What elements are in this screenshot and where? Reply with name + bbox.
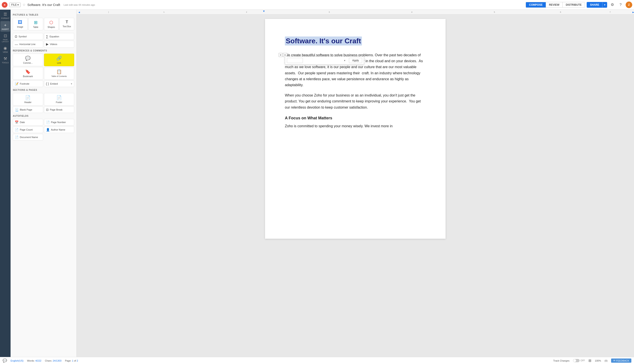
page-stat: Page: 1 of 2 xyxy=(65,360,78,362)
ruler-tick-7: 7 xyxy=(609,11,611,13)
embed-icon: { } xyxy=(46,82,49,86)
footer-label: Footer xyxy=(56,101,62,104)
star-icon[interactable]: ☆ xyxy=(23,3,26,7)
insert-footer[interactable]: 📄 Footer xyxy=(44,93,74,106)
file-menu-button[interactable]: FILE ▾ xyxy=(9,3,21,7)
track-toggle-pill[interactable] xyxy=(573,359,580,362)
insert-link[interactable]: 🔗 Link xyxy=(44,54,74,66)
insert-author-name[interactable]: 👤 Author Name xyxy=(44,126,74,133)
sidebar-item-format[interactable]: ☰ FORMAT xyxy=(1,10,10,21)
horizontal-line-label: Horizontal Line xyxy=(19,43,36,46)
pictures-section-title: PICTURES & TABLES xyxy=(13,14,74,16)
insert-bookmark[interactable]: 🔖 Bookmark xyxy=(13,67,43,80)
grid-icon[interactable]: ⊞ xyxy=(588,358,591,363)
feedback-button[interactable]: ✉ FEEDBACK xyxy=(611,358,631,363)
settings-icon[interactable]: ⚙ xyxy=(609,2,615,8)
ruler-tick-6: 6 xyxy=(560,11,561,13)
insert-table[interactable]: ⊞ Table xyxy=(28,18,43,30)
table-label: Table xyxy=(33,26,38,28)
table-handle-btn-left[interactable]: ⊕ xyxy=(279,53,283,57)
author-name-icon: 👤 xyxy=(46,128,50,132)
statusbar: 💬 English(US) Words: 4/222 Chars: 24/130… xyxy=(0,357,634,364)
ruler-marker-icon: ▼ xyxy=(263,10,265,13)
insert-page-count[interactable]: 📄 Page Count xyxy=(13,126,43,133)
page-layout-label: PAGELAYOUT xyxy=(2,39,9,43)
insert-comment[interactable]: 💬 Comme... xyxy=(13,54,43,66)
insert-blank-page[interactable]: 📃 Blank Page xyxy=(13,106,43,113)
apply-button[interactable]: Apply xyxy=(349,58,362,63)
ruler-tick-1: 1 xyxy=(163,11,164,13)
page-break-label: Page Break xyxy=(50,108,63,111)
doc-heading[interactable]: Software. It's our Craft xyxy=(285,36,362,46)
distribute-tab[interactable]: DISTRIBUTE xyxy=(563,2,585,8)
page-count-icon: 📄 xyxy=(15,128,19,132)
zoom-label: 100% xyxy=(595,360,601,362)
symbol-label: Symbol xyxy=(19,35,27,38)
references-grid: 💬 Comme... 🔗 Link 🔖 Bookmark 📋 Table of … xyxy=(13,54,74,80)
shapes-icon: ⬡ xyxy=(49,20,53,25)
track-off-label: OFF xyxy=(580,360,585,362)
insert-horizontal-line[interactable]: — Horizontal Line xyxy=(13,41,43,48)
insert-page-break[interactable]: ⊡ Page Break xyxy=(44,106,74,113)
insert-textbox[interactable]: T Text Box xyxy=(59,18,74,30)
comment-icon: 💬 xyxy=(25,56,31,61)
share-button[interactable]: SHARE xyxy=(587,2,602,8)
horizontal-ruler: ◂ | 1 2 3 4 5 6 7 ▼ ▸ xyxy=(77,10,634,14)
feedback-icon: ✉ xyxy=(613,359,615,362)
sidebar-item-tools[interactable]: ⚒ TOOLS xyxy=(1,55,10,65)
insert-videos[interactable]: ▶ Videos xyxy=(44,41,74,48)
avatar[interactable]: Z xyxy=(626,2,632,8)
close-button[interactable]: × xyxy=(2,2,8,8)
share-caret[interactable]: ▾ xyxy=(602,2,607,8)
videos-icon: ▶ xyxy=(46,42,49,46)
blank-pagebreak-row: 📃 Blank Page ⊡ Page Break xyxy=(13,106,74,113)
hline-video-row: — Horizontal Line ▶ Videos xyxy=(13,41,74,48)
sidebar-item-insert[interactable]: ＋ INSERT xyxy=(1,21,10,32)
insert-label: INSERT xyxy=(2,28,9,30)
insert-image[interactable]: 🖼 Image xyxy=(13,18,28,30)
chat-icon[interactable]: 💬 xyxy=(3,358,7,363)
last-edit-label: Last edit was 44 minutes ago xyxy=(64,4,95,6)
header-icon: 📄 xyxy=(25,95,31,100)
shapes-label: Shapes xyxy=(48,26,55,28)
date-label: Date xyxy=(20,121,25,124)
insert-header[interactable]: 📄 Header xyxy=(13,93,43,106)
author-name-label: Author Name xyxy=(51,128,65,131)
insert-equation[interactable]: ∑ Equation xyxy=(44,33,74,40)
footnote-label: Footnote xyxy=(20,82,29,85)
bookmark-label: Bookmark xyxy=(23,75,33,78)
sidebar-item-page-layout[interactable]: ⊡ PAGELAYOUT xyxy=(1,32,10,44)
insert-page-number[interactable]: 📄 Page Number xyxy=(44,119,74,126)
body-para-2: When you choose Zoho for your business o… xyxy=(285,92,426,110)
videos-label: Videos xyxy=(50,43,57,46)
insert-toc[interactable]: 📋 Table of Contents xyxy=(44,67,74,80)
footnote-icon: 📝 xyxy=(15,82,19,86)
review-tab[interactable]: REVIEW xyxy=(546,2,563,8)
insert-footnote[interactable]: 📝 Footnote xyxy=(13,80,43,87)
style-dropdown-popup: Heading 1 Heading 2 Normal Apply xyxy=(285,56,364,64)
footer-icon: 📄 xyxy=(56,95,62,100)
table-icon: ⊞ xyxy=(34,20,38,25)
document-page: ⊕ ⊕ Software. It's our Craft Heading 1 xyxy=(265,19,446,239)
embed-arrow-icon: ▾ xyxy=(71,82,72,85)
image-icon: 🖼 xyxy=(18,20,22,25)
blank-page-icon: 📃 xyxy=(15,108,19,112)
language-label[interactable]: English(US) xyxy=(11,360,24,362)
symbol-equation-row: Ω Symbol ∑ Equation xyxy=(13,33,74,40)
content-scroll[interactable]: ⊕ ⊕ Software. It's our Craft Heading 1 xyxy=(77,14,634,357)
style-select[interactable]: Heading 1 Heading 2 Normal xyxy=(287,58,303,63)
textbox-icon: T xyxy=(66,20,68,24)
insert-date[interactable]: 📅 Date xyxy=(13,119,43,126)
compose-tab[interactable]: COMPOSE xyxy=(526,2,546,8)
comments-count[interactable]: (0) xyxy=(604,360,607,362)
track-changes-toggle[interactable]: OFF xyxy=(573,359,585,362)
format-label: FORMAT xyxy=(1,17,9,19)
insert-symbol[interactable]: Ω Symbol xyxy=(13,33,43,40)
insert-embed[interactable]: { } Embed ▾ xyxy=(44,80,74,87)
format-icon: ☰ xyxy=(4,12,7,17)
insert-shapes[interactable]: ⬡ Shapes xyxy=(44,18,59,30)
sidebar-item-view[interactable]: ◉ VIEW xyxy=(1,44,10,54)
help-icon[interactable]: ? xyxy=(617,2,624,8)
insert-doc-name[interactable]: 📄 Document Name xyxy=(13,134,43,140)
embed-label: Embed xyxy=(50,82,58,85)
